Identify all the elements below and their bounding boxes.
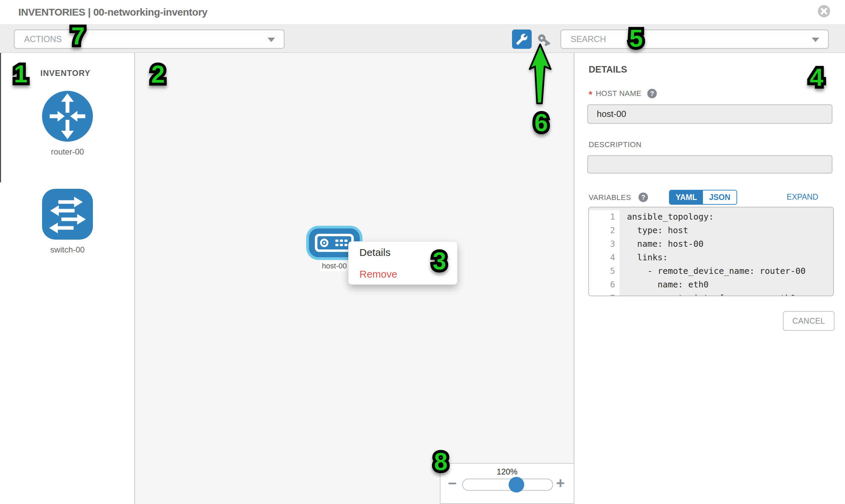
line-number: 3 — [589, 237, 620, 251]
palette-item-switch[interactable]: switch-00 — [0, 189, 135, 254]
credentials-key-button[interactable] — [537, 33, 552, 48]
line-number: 6 — [589, 278, 620, 291]
search-dropdown[interactable]: SEARCH — [561, 30, 829, 49]
required-asterisk: * — [589, 89, 592, 100]
host-name-label: HOST NAME — [596, 89, 641, 98]
code-line: 2 type: host — [589, 224, 833, 237]
actions-dropdown-placeholder: ACTIONS — [24, 34, 62, 44]
host-name-input[interactable] — [587, 104, 832, 124]
variables-code-editor[interactable]: 1ansible_topology: 2 type: host 3 name: … — [588, 207, 834, 296]
titlebar: INVENTORIES | 00-networking-inventory — [0, 0, 845, 24]
device-label: router-00 — [0, 147, 135, 157]
wrench-icon — [516, 33, 528, 46]
configure-tools-button[interactable] — [512, 30, 532, 49]
description-label: DESCRIPTION — [589, 140, 641, 149]
zoom-slider-thumb[interactable] — [509, 477, 524, 492]
code-line: 7 remote_interface_name: eth0 — [589, 291, 833, 296]
line-number: 2 — [589, 224, 620, 237]
sidebar-heading: INVENTORY — [40, 69, 90, 78]
svg-text:?: ? — [650, 90, 654, 97]
code-lines: 1ansible_topology: 2 type: host 3 name: … — [589, 208, 833, 296]
actions-dropdown[interactable]: ACTIONS — [14, 30, 284, 49]
close-icon — [817, 4, 831, 18]
close-button[interactable] — [817, 4, 831, 18]
router-icon — [42, 91, 93, 142]
line-number: 5 — [589, 264, 620, 278]
variables-row: VARIABLES ? YAML JSON EXPAND — [589, 190, 831, 205]
expand-link[interactable]: EXPAND — [787, 193, 818, 202]
svg-text:?: ? — [641, 194, 645, 201]
host-name-label-row: * HOST NAME ? — [589, 88, 657, 99]
variables-format-toggle: YAML JSON — [669, 190, 737, 205]
code-line: 4 links: — [589, 251, 833, 264]
yaml-toggle-button[interactable]: YAML — [670, 191, 703, 204]
switch-icon — [42, 189, 93, 240]
help-icon[interactable]: ? — [647, 88, 657, 98]
palette-item-router[interactable]: router-00 — [0, 91, 135, 157]
code-line: 6 name: eth0 — [589, 278, 833, 291]
zoom-slider-track[interactable] — [462, 479, 553, 491]
cancel-button[interactable]: CANCEL — [783, 311, 834, 331]
code-line: 1ansible_topology: — [589, 210, 833, 224]
host-node-label: host-00 — [320, 261, 349, 271]
node-context-menu: Details Remove — [348, 241, 457, 285]
context-menu-item-details[interactable]: Details — [349, 242, 457, 263]
line-number: 4 — [589, 251, 620, 264]
zoom-out-button[interactable]: − — [448, 476, 457, 491]
help-icon[interactable]: ? — [638, 192, 648, 202]
zoom-in-button[interactable]: + — [556, 476, 565, 491]
search-dropdown-placeholder: SEARCH — [571, 34, 606, 44]
line-number: 1 — [589, 210, 620, 224]
inventory-topology-window: INVENTORIES | 00-networking-inventory AC… — [0, 0, 845, 504]
device-label: switch-00 — [0, 245, 135, 254]
key-icon — [537, 33, 552, 48]
chevron-down-icon — [267, 38, 275, 42]
toolbar: ACTIONS SEARCH — [0, 24, 845, 53]
zoom-widget: 120% − + — [440, 463, 575, 504]
context-menu-item-remove[interactable]: Remove — [349, 263, 457, 285]
json-toggle-button[interactable]: JSON — [703, 191, 737, 204]
line-number: 7 — [589, 291, 620, 296]
zoom-percentage: 120% — [440, 467, 574, 476]
code-line: 3 name: host-00 — [589, 237, 833, 251]
details-panel: DETAILS * HOST NAME ? DESCRIPTION VARIAB… — [575, 53, 845, 504]
inventory-sidebar: INVENTORY router-00 — [0, 53, 135, 504]
variables-label: VARIABLES — [589, 193, 631, 202]
details-heading: DETAILS — [589, 65, 627, 75]
page-title: INVENTORIES | 00-networking-inventory — [18, 6, 208, 18]
description-input[interactable] — [587, 155, 832, 174]
chevron-down-icon — [812, 38, 819, 42]
code-line: 5 - remote_device_name: router-00 — [589, 264, 833, 278]
topology-canvas[interactable]: host-00 Details Remove 120% − + — [135, 53, 575, 504]
content-area: INVENTORY router-00 — [0, 53, 845, 504]
